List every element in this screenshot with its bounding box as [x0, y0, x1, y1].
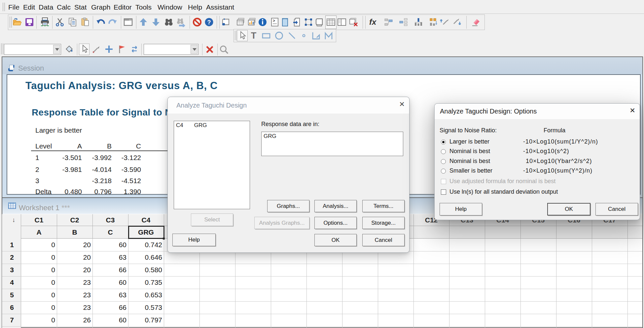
svg-text:fx: fx [369, 17, 377, 26]
svg-text:?: ? [207, 19, 211, 26]
svg-text:>: > [273, 18, 275, 23]
svg-text:T: T [251, 31, 257, 41]
